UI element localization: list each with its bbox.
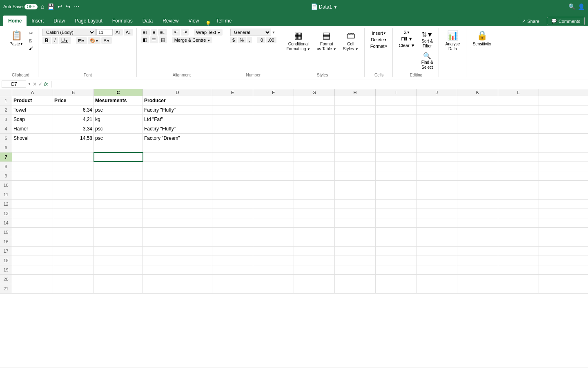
cell-I13[interactable] <box>376 209 416 218</box>
cell-reference-input[interactable] <box>2 81 26 88</box>
cell-H10[interactable] <box>335 181 376 190</box>
cell-G9[interactable] <box>294 171 335 180</box>
tab-insert[interactable]: Insert <box>27 16 49 26</box>
cell-C19[interactable] <box>94 265 143 274</box>
cell-E7[interactable] <box>212 153 253 162</box>
cell-I18[interactable] <box>376 256 416 265</box>
save-icon[interactable]: 💾 <box>47 3 54 10</box>
align-top-center-button[interactable]: ≡ <box>151 29 157 36</box>
cell-J2[interactable] <box>416 105 457 114</box>
cell-F8[interactable] <box>253 162 294 171</box>
cell-G13[interactable] <box>294 209 335 218</box>
cell-B10[interactable] <box>53 181 94 190</box>
cell-D9[interactable] <box>143 171 212 180</box>
cell-C12[interactable] <box>94 200 143 209</box>
cell-K7[interactable] <box>457 153 498 162</box>
conditional-formatting-button[interactable]: ▦ ConditionalFormatting ▼ <box>284 29 313 53</box>
more-icon[interactable]: ⋯ <box>74 3 80 10</box>
cell-I6[interactable] <box>376 143 416 152</box>
cell-E10[interactable] <box>212 181 253 190</box>
cell-L7[interactable] <box>498 153 539 162</box>
cell-B17[interactable] <box>53 247 94 256</box>
increase-font-button[interactable]: A↑ <box>114 29 123 36</box>
cell-A8[interactable] <box>12 162 53 171</box>
cell-L1[interactable] <box>498 96 539 105</box>
cell-J6[interactable] <box>416 143 457 152</box>
delete-button[interactable]: Delete ▼ <box>369 37 390 43</box>
cell-D21[interactable] <box>143 284 212 293</box>
cell-H16[interactable] <box>335 237 376 246</box>
cell-J12[interactable] <box>416 200 457 209</box>
cell-K8[interactable] <box>457 162 498 171</box>
cell-A4[interactable]: Hamer <box>12 124 53 133</box>
cell-I15[interactable] <box>376 228 416 237</box>
cell-A11[interactable] <box>12 190 53 199</box>
cell-E14[interactable] <box>212 218 253 227</box>
cell-E6[interactable] <box>212 143 253 152</box>
paste-dropdown[interactable]: ▼ <box>20 42 23 46</box>
cell-K20[interactable] <box>457 275 498 284</box>
cell-B14[interactable] <box>53 218 94 227</box>
tab-view[interactable]: View <box>184 16 204 26</box>
cell-F12[interactable] <box>253 200 294 209</box>
cell-E2[interactable] <box>212 105 253 114</box>
cell-F9[interactable] <box>253 171 294 180</box>
cell-A10[interactable] <box>12 181 53 190</box>
cell-H3[interactable] <box>335 115 376 124</box>
align-top-right-button[interactable]: ≡↓ <box>158 29 167 36</box>
cell-B5[interactable]: 14,58 <box>53 134 94 143</box>
cell-A3[interactable]: Soap <box>12 115 53 124</box>
cell-H20[interactable] <box>335 275 376 284</box>
clear-button[interactable]: Clear ▼ <box>397 43 416 48</box>
increase-decimal-button[interactable]: .00 <box>266 37 276 43</box>
cell-C4[interactable]: psc <box>94 124 143 133</box>
cell-B1[interactable]: Price <box>53 96 94 105</box>
cell-L17[interactable] <box>498 247 539 256</box>
cell-E4[interactable] <box>212 124 253 133</box>
cell-H6[interactable] <box>335 143 376 152</box>
cell-K17[interactable] <box>457 247 498 256</box>
cell-J5[interactable] <box>416 134 457 143</box>
cell-H8[interactable] <box>335 162 376 171</box>
redo-icon[interactable]: ↪ <box>66 3 71 10</box>
cell-A16[interactable] <box>12 237 53 246</box>
wrap-text-button[interactable]: Wrap Text ▼ <box>194 29 223 36</box>
cell-F16[interactable] <box>253 237 294 246</box>
cell-L13[interactable] <box>498 209 539 218</box>
cell-C21[interactable] <box>94 284 143 293</box>
align-center-button[interactable]: ☰ <box>150 36 158 43</box>
cell-C17[interactable] <box>94 247 143 256</box>
cell-K9[interactable] <box>457 171 498 180</box>
indent-right-button[interactable]: ⇥ <box>181 29 189 36</box>
cell-K6[interactable] <box>457 143 498 152</box>
cell-E9[interactable] <box>212 171 253 180</box>
account-icon[interactable]: 👤 <box>578 3 585 10</box>
cell-G11[interactable] <box>294 190 335 199</box>
fill-color-button[interactable]: 🎨▼ <box>88 37 101 44</box>
cell-G7[interactable] <box>294 153 335 162</box>
cell-C18[interactable] <box>94 256 143 265</box>
cell-A13[interactable] <box>12 209 53 218</box>
cell-E3[interactable] <box>212 115 253 124</box>
cell-J9[interactable] <box>416 171 457 180</box>
cell-D13[interactable] <box>143 209 212 218</box>
cell-K12[interactable] <box>457 200 498 209</box>
tab-home[interactable]: Home <box>3 16 27 26</box>
cell-H18[interactable] <box>335 256 376 265</box>
col-header-F[interactable]: F <box>253 89 294 96</box>
cell-styles-button[interactable]: 🗃 CellStyles ▼ <box>341 29 361 53</box>
insert-button[interactable]: Insert ▼ <box>369 30 390 36</box>
cell-A9[interactable] <box>12 171 53 180</box>
cell-J18[interactable] <box>416 256 457 265</box>
cell-F5[interactable] <box>253 134 294 143</box>
cell-K5[interactable] <box>457 134 498 143</box>
cell-D14[interactable] <box>143 218 212 227</box>
autosave-label[interactable]: AutoSave OFF <box>3 4 38 9</box>
cell-A15[interactable] <box>12 228 53 237</box>
cell-E8[interactable] <box>212 162 253 171</box>
cell-H7[interactable] <box>335 153 376 162</box>
number-format-selector[interactable]: General <box>230 29 271 36</box>
cell-L5[interactable] <box>498 134 539 143</box>
cell-B18[interactable] <box>53 256 94 265</box>
cell-D12[interactable] <box>143 200 212 209</box>
